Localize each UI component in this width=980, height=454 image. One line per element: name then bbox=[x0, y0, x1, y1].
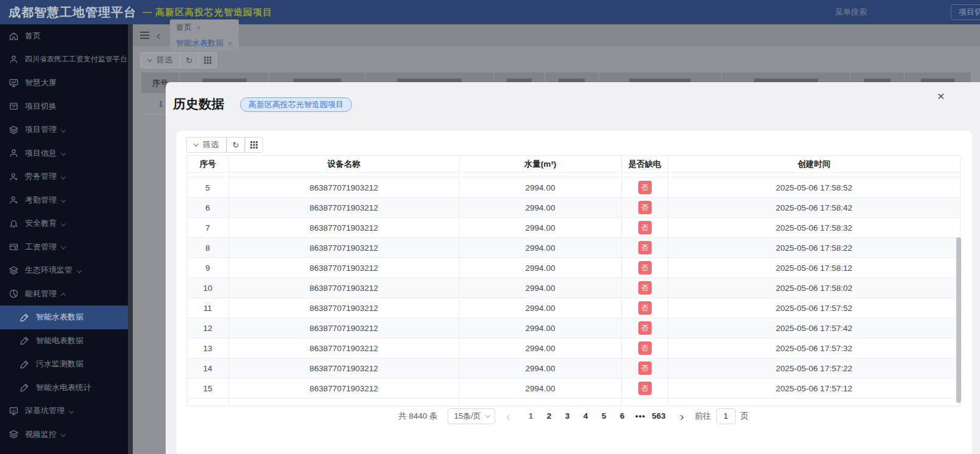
more-pages-icon[interactable]: ••• bbox=[633, 408, 649, 424]
cell-index: 5 bbox=[187, 178, 229, 197]
modal-panel: 筛选 ↻ 序号设备名称水量(m³)是否缺电创建时间 bbox=[177, 131, 972, 454]
layers-icon bbox=[9, 429, 19, 439]
sidebar-item-11[interactable]: 能耗管理 bbox=[0, 282, 128, 306]
sidebar-item-7[interactable]: 考勤管理 bbox=[0, 189, 128, 212]
sidebar-item-13[interactable]: 智能电表数据 bbox=[0, 329, 128, 353]
cell-power-lack: 否 bbox=[622, 318, 668, 338]
page-number[interactable]: 1 bbox=[523, 408, 539, 424]
sidebar-scrollbar[interactable] bbox=[128, 24, 133, 454]
cell-power-lack: 否 bbox=[622, 238, 668, 257]
cell-device-name: 863877071903212 bbox=[229, 298, 459, 318]
cell-power-lack: 否 bbox=[622, 379, 668, 398]
column-header-1: 序号 bbox=[187, 156, 229, 172]
status-badge: 否 bbox=[638, 361, 652, 375]
refresh-icon[interactable]: ↻ bbox=[227, 137, 245, 153]
grid-icon[interactable] bbox=[245, 137, 263, 153]
goto-page-input[interactable]: 1 bbox=[716, 408, 736, 424]
hamburger-icon[interactable] bbox=[140, 35, 149, 36]
prev-page-icon[interactable] bbox=[505, 412, 513, 421]
sidebar-item-10[interactable]: 生态环境监管 bbox=[0, 259, 128, 282]
table-row[interactable]: 15 863877071903212 2994.00 否 2025-05-06 … bbox=[187, 379, 960, 399]
table-row[interactable]: 9 863877071903212 2994.00 否 2025-05-06 1… bbox=[187, 258, 960, 278]
page-number[interactable]: 6 bbox=[615, 408, 630, 424]
sidebar-item-16[interactable]: 深基坑管理 bbox=[0, 399, 128, 423]
table-row[interactable]: 5 863877071903212 2994.00 否 2025-05-06 1… bbox=[187, 178, 960, 198]
sidebar-item-1[interactable]: 四川省农民工工资支付监管平台 bbox=[0, 48, 128, 72]
switch-icon bbox=[9, 101, 19, 111]
chevron-icon bbox=[62, 430, 65, 439]
close-tab-icon[interactable]: × bbox=[228, 39, 233, 48]
close-tab-icon[interactable]: × bbox=[196, 23, 201, 32]
sidebar-item-8[interactable]: 安全教育 bbox=[0, 212, 128, 236]
status-badge: 否 bbox=[638, 301, 652, 315]
app-title: 成都智慧工地管理平台 bbox=[9, 4, 136, 21]
wallet-icon bbox=[9, 242, 19, 252]
filter-button[interactable]: 筛选 bbox=[186, 137, 227, 153]
page-number[interactable]: 3 bbox=[560, 408, 576, 424]
cell-water-volume: 2994.00 bbox=[459, 379, 622, 398]
sidebar-item-12[interactable]: 智能水表数据 bbox=[0, 306, 128, 329]
table-partial-row-top bbox=[187, 173, 960, 178]
goto-label: 前往 bbox=[695, 411, 711, 422]
cell-power-lack: 否 bbox=[622, 258, 668, 278]
table-scrollbar[interactable] bbox=[956, 237, 961, 403]
monitor-icon bbox=[9, 406, 19, 416]
cell-created-time: 2025-05-06 17:58:22 bbox=[668, 238, 960, 257]
cell-water-volume: 2994.00 bbox=[459, 278, 622, 298]
background-refresh-icon[interactable]: ↻ bbox=[180, 52, 199, 68]
tabs-scroll-left-icon[interactable] bbox=[158, 30, 161, 41]
sidebar: 首页 四川省农民工工资支付监管平台 智慧大屏 项目切换 项目管理 项目 bbox=[0, 24, 128, 454]
status-badge: 否 bbox=[638, 341, 652, 355]
screen-icon bbox=[9, 78, 19, 88]
project-switch-button[interactable]: 项目切换 bbox=[951, 4, 980, 20]
cell-water-volume: 2994.00 bbox=[459, 318, 622, 338]
sidebar-item-9[interactable]: 工资管理 bbox=[0, 236, 128, 259]
status-badge: 否 bbox=[638, 181, 652, 194]
table-partial-row-bottom bbox=[187, 399, 960, 407]
history-table: 序号设备名称水量(m³)是否缺电创建时间 5 863877071903212 2… bbox=[186, 155, 961, 407]
column-header-5: 创建时间 bbox=[668, 156, 960, 172]
sidebar-item-2[interactable]: 智慧大屏 bbox=[0, 71, 128, 95]
sidebar-item-6[interactable]: 劳务管理 bbox=[0, 165, 128, 189]
goto-suffix: 页 bbox=[741, 411, 749, 422]
page-number[interactable]: 2 bbox=[541, 408, 557, 424]
cell-device-name: 863877071903212 bbox=[229, 258, 459, 278]
tab-1[interactable]: 智能水表数据 × bbox=[170, 35, 239, 51]
menu-search-button[interactable]: 菜单搜索 bbox=[835, 0, 867, 24]
table-row[interactable]: 13 863877071903212 2994.00 否 2025-05-06 … bbox=[187, 338, 960, 358]
table-row[interactable]: 14 863877071903212 2994.00 否 2025-05-06 … bbox=[187, 358, 960, 379]
cell-created-time: 2025-05-06 17:58:42 bbox=[668, 198, 960, 217]
background-filter-button[interactable]: 筛选 bbox=[140, 52, 180, 68]
cell-device-name: 863877071903212 bbox=[229, 198, 459, 217]
cell-created-time: 2025-05-06 17:57:12 bbox=[668, 379, 960, 398]
page-number[interactable]: 5 bbox=[596, 408, 612, 424]
background-grid-icon[interactable] bbox=[199, 52, 217, 68]
column-header-3: 水量(m³) bbox=[459, 156, 622, 172]
sidebar-item-3[interactable]: 项目切换 bbox=[0, 95, 128, 119]
table-row[interactable]: 8 863877071903212 2994.00 否 2025-05-06 1… bbox=[187, 238, 960, 258]
table-row[interactable]: 10 863877071903212 2994.00 否 2025-05-06 … bbox=[187, 278, 960, 298]
table-row[interactable]: 12 863877071903212 2994.00 否 2025-05-06 … bbox=[187, 318, 960, 338]
sidebar-item-17[interactable]: 视频监控 bbox=[0, 423, 128, 447]
page-number[interactable]: 4 bbox=[578, 408, 594, 424]
sidebar-item-0[interactable]: 首页 bbox=[0, 24, 128, 48]
user-icon bbox=[9, 148, 19, 158]
sidebar-item-14[interactable]: 污水监测数据 bbox=[0, 352, 128, 376]
page-number-last[interactable]: 563 bbox=[651, 408, 667, 424]
sidebar-item-4[interactable]: 项目管理 bbox=[0, 118, 128, 142]
sidebar-item-5[interactable]: 项目信息 bbox=[0, 142, 128, 166]
page-size-select[interactable]: 15条/页 bbox=[448, 408, 495, 424]
table-row[interactable]: 11 863877071903212 2994.00 否 2025-05-06 … bbox=[187, 298, 960, 318]
cell-index: 8 bbox=[187, 238, 229, 257]
next-page-icon[interactable] bbox=[677, 412, 685, 421]
chevron-icon bbox=[62, 289, 65, 298]
table-row[interactable]: 6 863877071903212 2994.00 否 2025-05-06 1… bbox=[187, 198, 960, 218]
cell-device-name: 863877071903212 bbox=[229, 178, 459, 197]
status-badge: 否 bbox=[638, 321, 652, 335]
close-icon[interactable]: × bbox=[934, 89, 948, 104]
tab-0[interactable]: 首页 × bbox=[170, 19, 239, 35]
user-badge-icon bbox=[9, 172, 19, 182]
cell-power-lack: 否 bbox=[622, 298, 668, 318]
sidebar-item-15[interactable]: 智能水电表统计 bbox=[0, 376, 128, 400]
table-row[interactable]: 7 863877071903212 2994.00 否 2025-05-06 1… bbox=[187, 218, 960, 238]
